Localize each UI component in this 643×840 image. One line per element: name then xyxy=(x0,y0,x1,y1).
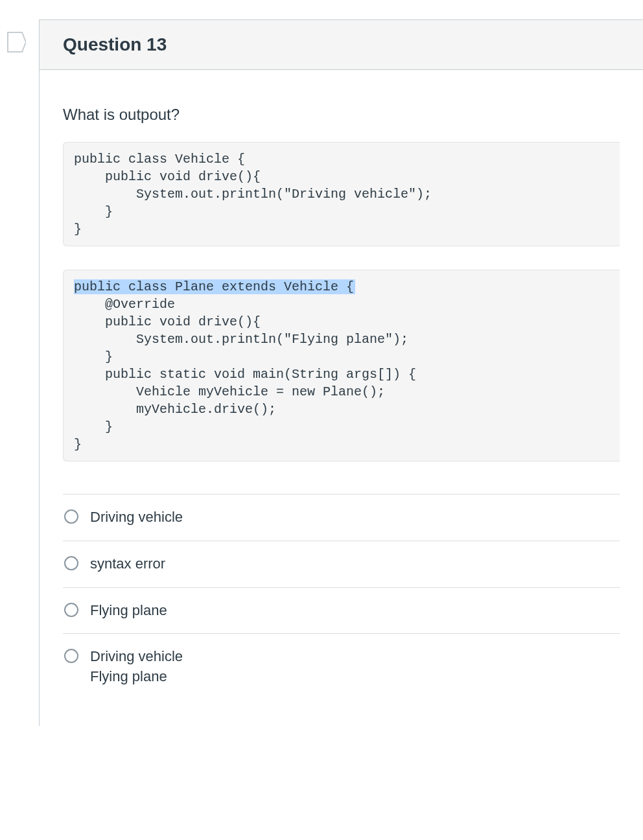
bookmark-icon[interactable] xyxy=(6,31,26,53)
question-card: Question 13 What is outpout? public clas… xyxy=(39,19,643,726)
answer-text: Driving vehicle Flying plane xyxy=(90,647,183,687)
answer-text: syntax error xyxy=(90,554,165,574)
answer-list: Driving vehicle syntax error Flying plan… xyxy=(63,494,620,700)
question-header: Question 13 xyxy=(40,20,643,70)
answer-option[interactable]: Driving vehicle xyxy=(63,494,620,541)
code-rest: @Override public void drive(){ System.ou… xyxy=(74,297,416,452)
question-prompt: What is outpout? xyxy=(63,106,620,124)
question-body: What is outpout? public class Vehicle { … xyxy=(40,70,643,726)
code-block-2: public class Plane extends Vehicle { @Ov… xyxy=(63,270,620,461)
code-highlight: public class Plane extends Vehicle { xyxy=(74,279,355,294)
radio-icon[interactable] xyxy=(64,603,78,617)
answer-option[interactable]: Driving vehicle Flying plane xyxy=(63,633,620,700)
radio-icon[interactable] xyxy=(64,649,78,663)
answer-option[interactable]: Flying plane xyxy=(63,587,620,634)
answer-text: Flying plane xyxy=(90,601,167,621)
question-title: Question 13 xyxy=(63,34,620,55)
radio-icon[interactable] xyxy=(64,556,78,570)
answer-option[interactable]: syntax error xyxy=(63,541,620,587)
code-block-1: public class Vehicle { public void drive… xyxy=(63,142,620,246)
radio-icon[interactable] xyxy=(64,509,78,524)
answer-text: Driving vehicle xyxy=(90,508,183,528)
